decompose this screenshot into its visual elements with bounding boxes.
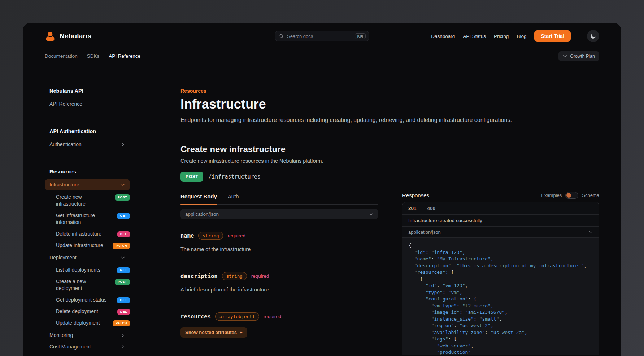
code-line: "tags": [ — [409, 336, 599, 343]
status-tab-201[interactable]: 201 — [402, 202, 422, 214]
theme-toggle-button[interactable] — [587, 30, 599, 42]
sidebar-endpoint-list-all-deployments[interactable]: List all deploymentsGET — [49, 264, 130, 276]
endpoint-label: Delete deployment — [56, 308, 98, 315]
code-line: "description": "This is a description of… — [409, 263, 599, 269]
sidebar-section-nebularis-api: Nebularis APIAPI Reference — [45, 88, 130, 110]
tab-documentation[interactable]: Documentation — [45, 49, 78, 63]
nav-link-api-status[interactable]: API Status — [463, 34, 486, 39]
endpoint-label: Create new infrastructure — [56, 194, 111, 207]
tab-sdks[interactable]: SDKs — [87, 49, 100, 63]
responses-title: Responses — [402, 192, 429, 198]
sidebar-endpoint-get-infrastructure-information[interactable]: Get infrastructure informationGET — [49, 210, 130, 228]
code-line: "web-server", — [409, 343, 599, 350]
method-badge-patch: PATCH — [113, 243, 130, 249]
schema-label[interactable]: Schema — [582, 193, 599, 198]
method-badge-get: GET — [117, 297, 130, 303]
sidebar-item-cost-management[interactable]: Cost Management — [45, 341, 130, 352]
sidebar-endpoint-delete-deployment[interactable]: Delete deploymentDEL — [49, 306, 130, 317]
tab-api-reference[interactable]: API Reference — [109, 49, 140, 63]
sidebar-endpoint-create-a-new-deployment[interactable]: Create a new deploymentPOST — [49, 276, 130, 294]
endpoint-title: Create new infrastructure — [180, 144, 378, 154]
field-header: descriptionstringrequired — [180, 272, 378, 280]
code-line: "image_id": "ami-12345678", — [409, 309, 599, 316]
response-code-block: { "id": "infra_123", "name": "My Infrast… — [402, 238, 599, 355]
field-description: A brief description of the infrastructur… — [180, 287, 378, 293]
endpoint-label: Create a new deployment — [56, 278, 111, 292]
search-placeholder: Search docs — [287, 34, 352, 39]
method-badge-patch: PATCH — [113, 320, 130, 326]
sidebar-item-label: Infrastructure — [49, 181, 79, 188]
header: Nebularis Search docs K⌘ DashboardAPI St… — [23, 23, 621, 49]
endpoint-label: Delete infrastructure — [56, 230, 101, 237]
method-badge-post: POST — [180, 172, 203, 182]
search-input[interactable]: Search docs K⌘ — [275, 31, 369, 41]
status-tabs: 201400 — [402, 202, 599, 215]
code-line: "id": "vm_123", — [409, 282, 599, 289]
response-content-type-select[interactable]: application/json — [402, 227, 599, 238]
show-nested-attributes-button[interactable]: Show nested attributes+ — [180, 327, 247, 338]
start-trial-button[interactable]: Start Trial — [534, 30, 571, 42]
sidebar-endpoint-get-deployment-status[interactable]: Get deployment statusGET — [49, 294, 130, 306]
sidebar-item-authentication[interactable]: Authentication — [45, 139, 130, 150]
page-description: Endpoints for managing infrastructure re… — [180, 117, 599, 123]
endpoint-label: Get deployment status — [56, 296, 106, 303]
endpoint-label: Update infrastructure — [56, 242, 103, 249]
method-badge-get: GET — [117, 267, 130, 273]
endpoint-path: /infrastructures — [208, 173, 261, 180]
field-description: The name of the infrastructure — [180, 246, 378, 252]
main-content: Resources Infrastructure Endpoints for m… — [180, 63, 599, 356]
divider — [579, 32, 579, 40]
chevron-down-icon — [589, 230, 593, 234]
nav-link-blog[interactable]: Blog — [517, 34, 526, 39]
page-title: Infrastructure — [180, 97, 599, 112]
growth-plan-button[interactable]: Growth Plan — [558, 51, 599, 61]
nav-link-pricing[interactable]: Pricing — [494, 34, 509, 39]
field-name: namestringrequiredThe name of the infras… — [180, 232, 378, 252]
request-column: Create new infrastructure Create new inf… — [180, 144, 378, 355]
code-line: { — [409, 276, 599, 283]
content-layout: Nebularis APIAPI ReferenceAPI Authentica… — [23, 63, 621, 356]
breadcrumb-eyebrow: Resources — [180, 88, 599, 94]
field-type-badge: string — [222, 272, 247, 280]
examples-schema-toggle[interactable] — [565, 192, 578, 199]
sidebar-endpoint-update-infrastructure[interactable]: Update infrastructurePATCH — [49, 239, 130, 251]
endpoint-signature: POST /infrastructures — [180, 172, 378, 182]
method-badge-get: GET — [117, 213, 130, 219]
code-line: "name": "My Infrastructure", — [409, 256, 599, 263]
sidebar-endpoint-delete-infrastructure[interactable]: Delete infrastructureDEL — [49, 228, 130, 239]
sidebar-item-label: Authentication — [49, 141, 82, 148]
nav-link-dashboard[interactable]: Dashboard — [431, 34, 455, 39]
responses-panel: 201400 Infrastructure created successful… — [402, 202, 599, 355]
field-required-label: required — [251, 273, 269, 279]
sidebar: Nebularis APIAPI ReferenceAPI Authentica… — [45, 63, 130, 356]
examples-label[interactable]: Examples — [541, 193, 562, 198]
request-tab-request-body[interactable]: Request Body — [180, 193, 217, 204]
content-type-select[interactable]: application/json — [180, 209, 378, 219]
chevron-down-icon — [121, 183, 125, 187]
sidebar-sublist: List all deploymentsGETCreate a new depl… — [49, 263, 130, 329]
brand[interactable]: Nebularis — [45, 31, 91, 41]
method-badge-post: POST — [115, 279, 130, 285]
sidebar-item-api-reference[interactable]: API Reference — [45, 98, 130, 110]
chevron-right-icon — [121, 333, 125, 338]
chevron-down-icon — [563, 54, 567, 58]
sidebar-item-deployment[interactable]: Deployment — [45, 252, 130, 263]
nebularis-logo-icon — [45, 31, 56, 41]
top-nav: DashboardAPI StatusPricingBlog Start Tri… — [431, 30, 599, 42]
field-header: resourcesarray[object]required — [180, 312, 378, 321]
chevron-right-icon — [121, 142, 125, 147]
status-tab-400[interactable]: 400 — [422, 202, 441, 214]
sidebar-item-monitoring[interactable]: Monitoring — [45, 329, 130, 341]
request-tab-auth[interactable]: Auth — [228, 193, 239, 204]
sidebar-endpoint-create-new-infrastructure[interactable]: Create new infrastructurePOST — [49, 191, 130, 210]
sidebar-item-label: Cost Management — [49, 343, 91, 350]
sidebar-item-label: Deployment — [49, 254, 77, 261]
sidebar-section-title: API Authentication — [45, 128, 130, 134]
fields-list: namestringrequiredThe name of the infras… — [180, 232, 378, 338]
sidebar-endpoint-update-deployment[interactable]: Update deploymentPATCH — [49, 317, 130, 329]
method-badge-del: DEL — [117, 231, 130, 237]
sidebar-item-infrastructure[interactable]: Infrastructure — [45, 179, 130, 190]
code-line: "type": "vm", — [409, 289, 599, 296]
chevron-down-icon — [369, 212, 373, 216]
toggle-knob — [566, 193, 571, 198]
